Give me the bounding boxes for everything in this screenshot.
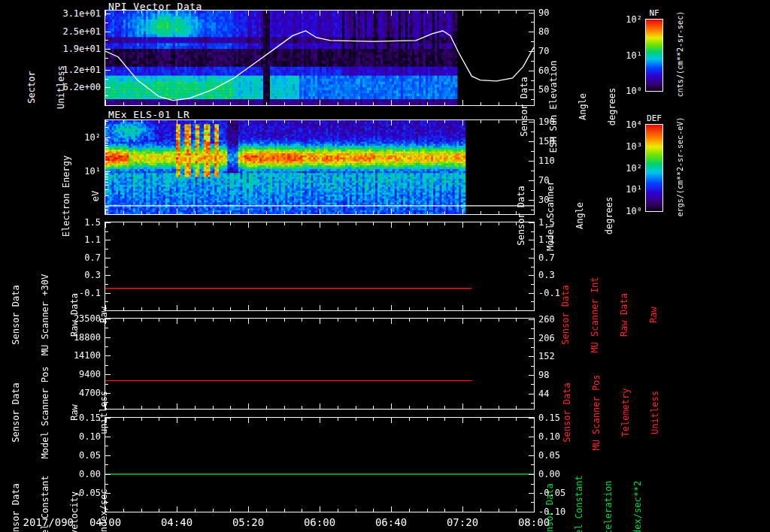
y-tick-label: 152 [538, 351, 584, 361]
colorbar-tick-label: 10⁰ [599, 206, 642, 216]
x-tick-label: 08:00 [511, 517, 556, 528]
panel2-title: MEx ELS-01 LR [108, 109, 189, 120]
y-tick-label: 4700 [39, 388, 101, 398]
colorbar-tick-label: 10¹ [599, 50, 642, 61]
plot-figure: NPI Vector Data MEx ELS-01 LR Sector Uni… [0, 0, 770, 532]
y-tick-label: 0.05 [538, 450, 584, 461]
x-tick-label: 06:40 [368, 517, 414, 528]
y-tick-label: 0.10 [538, 431, 584, 442]
axis-label-line: Sector [27, 5, 37, 170]
y-tick-label: 0.15 [39, 413, 101, 423]
y-tick-label: 0.3 [39, 270, 101, 280]
x-tick-label: 04:40 [154, 517, 199, 528]
def-colorbar [645, 124, 663, 212]
y-tick-label: 1.2e+01 [39, 65, 101, 75]
axis-label-line: index/sec**2 [633, 431, 643, 532]
y-tick-label: 0.7 [39, 252, 101, 263]
y-tick-label: 50 [538, 84, 584, 95]
colorbar-tick-label: 10⁴ [599, 119, 642, 130]
y-tick-label: 6.2e+00 [39, 82, 101, 92]
scanner-pos-plot-canvas [105, 319, 534, 409]
y-tick-label: 1.1 [39, 234, 101, 245]
panel-npi-spectrogram [105, 10, 535, 106]
y-tick-label: 0.10 [39, 431, 101, 442]
y-tick-label: 18800 [39, 332, 101, 343]
y-tick-label: 0.00 [538, 469, 584, 479]
y-tick-label: 90 [538, 8, 584, 18]
y-tick-label: 0.05 [39, 450, 101, 461]
y-tick-label: 110 [538, 156, 584, 166]
npi-spectrogram-canvas [105, 11, 534, 105]
y-tick-label: 1.5 [538, 217, 584, 228]
y-tick-label: 14100 [39, 350, 101, 361]
y-tick-label: 0.15 [538, 413, 584, 423]
y-tick-label: 30 [538, 195, 584, 205]
colorbar-tick-label: 10² [599, 163, 642, 174]
colorbar-tick-label: 10⁰ [599, 86, 642, 96]
y-tick-label: 1.5 [39, 217, 101, 228]
y-tick-label: 0.00 [39, 469, 101, 479]
panel-model-constant-plot [105, 417, 535, 512]
colorbar-tick-label: 10³ [599, 141, 642, 152]
y-tick-label: -0.05 [39, 488, 101, 498]
y-tick-label: 190 [538, 116, 584, 127]
els-spectrogram-canvas [105, 120, 534, 214]
axis-label-line: acceleration [604, 431, 614, 532]
y-tick-label: 0.3 [538, 270, 584, 280]
y-tick-label: 1.1 [538, 234, 584, 245]
y-tick-label: 60 [538, 65, 584, 76]
y-tick-label: 206 [538, 333, 584, 343]
panel-mu-scanner-plot [105, 222, 535, 311]
y-tick-label: -0.1 [538, 288, 584, 298]
y-tick-label: 1.9e+01 [39, 44, 101, 54]
y-tick-label: 44 [538, 388, 584, 399]
y-tick-label: 98 [538, 370, 584, 380]
y-tick-label: 9400 [39, 369, 101, 379]
y-tick-label: 80 [538, 26, 584, 37]
y-tick-label: 260 [538, 314, 584, 325]
nf-colorbar [645, 19, 663, 92]
y-tick-label: 23500 [39, 313, 101, 324]
x-axis-date-label: 2017/090 [8, 517, 74, 528]
y-tick-label: 0.7 [538, 252, 584, 263]
x-tick-label: 05:20 [226, 517, 271, 528]
x-tick-label: 04:00 [83, 517, 128, 528]
y-tick-label: 150 [538, 136, 584, 147]
colorbar-tick-label: 10¹ [599, 184, 642, 195]
x-tick-label: 06:00 [297, 517, 342, 528]
panel-els-spectrogram [105, 119, 535, 215]
y-tick-label: 10¹ [39, 166, 101, 177]
def-colorbar-unit: ergs/(cm**2-sr-sec-eV) [676, 84, 685, 249]
y-tick-label: -0.05 [538, 488, 584, 498]
y-tick-label: 2.5e+01 [39, 26, 101, 37]
x-tick-label: 07:20 [440, 517, 485, 528]
y-tick-label: -0.10 [538, 506, 584, 517]
y-tick-label: 70 [538, 46, 584, 56]
y-tick-label: -0.1 [39, 288, 101, 298]
mu-scanner-plot-canvas [105, 222, 534, 310]
y-tick-label: 3.1e+01 [39, 8, 101, 19]
model-constant-plot-canvas [105, 418, 534, 512]
panel-scanner-pos-plot [105, 318, 535, 410]
y-tick-label: 10² [39, 132, 101, 143]
colorbar-tick-label: 10² [599, 14, 642, 25]
axis-label-line: Sensor Data [517, 133, 526, 298]
y-tick-label: 70 [538, 175, 584, 186]
